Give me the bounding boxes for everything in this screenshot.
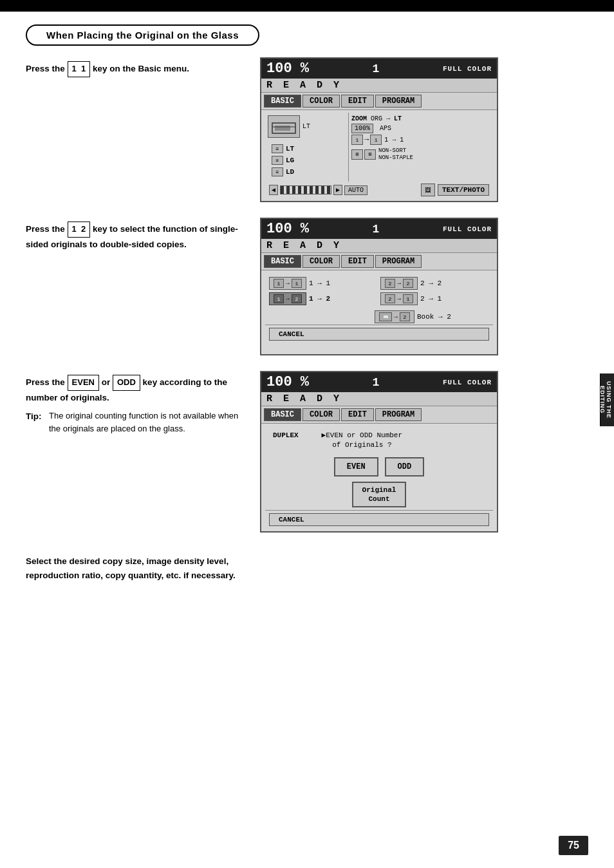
lcd1-zoom-row: ZOOM ORG → LT [351, 115, 490, 122]
lcd1-tab-basic[interactable]: BASIC [264, 95, 301, 108]
lcd2-ready: R E A D Y [261, 239, 497, 253]
step1-row: Press the 1 1 key on the Basic menu. 100… [26, 57, 588, 202]
side-tab-text: USING THEEDITINGFUNCTIONS [593, 380, 612, 420]
lcd2-tab-color[interactable]: COLOR [302, 255, 340, 268]
lcd3-orig-count: OriginalCount [265, 479, 493, 511]
key-1-2: 1 2 [68, 222, 91, 238]
lcd3-cancel-btn[interactable]: CANCEL [269, 513, 489, 526]
lcd2-duplex-grid: 1 → 1 1 → 1 2 → 2 2 → 2 [265, 273, 493, 309]
lcd1-toner-bar [280, 185, 331, 194]
lcd3-even-btn[interactable]: EVEN [334, 457, 378, 476]
lcd3-ready: R E A D Y [261, 392, 497, 406]
lcd3-copies: 1 [373, 376, 380, 389]
lcd-screen-3: 100 % 1 FULL COLOR R E A D Y BASIC COLOR… [260, 371, 498, 533]
lcd3-duplex-label: DUPLEX [269, 429, 302, 440]
lcd1-right-panel: ZOOM ORG → LT 100% APS 1 → 1 [349, 113, 493, 182]
lcd1-copies: 1 [373, 62, 380, 75]
lcd2-option-1to2: 1 → 2 1 → 2 [269, 292, 378, 305]
svg-rect-1 [275, 126, 290, 131]
lcd1-bottom-row: ◀ ▶ AUTO 🖼 TEXT/PHOTO [265, 182, 493, 198]
lcd3-prompt-line2: of Originals ? [322, 440, 402, 450]
lcd1-zoom: 100 % [266, 61, 309, 77]
lcd1-tab-color[interactable]: COLOR [302, 95, 340, 108]
step4-content: Select the desired copy size, image dens… [26, 556, 236, 580]
lcd2-copies: 1 [373, 223, 380, 236]
lcd1-tabs: BASIC COLOR EDIT PROGRAM [261, 93, 497, 110]
key-1-1: 1 1 [68, 61, 91, 77]
lcd2-btn-2to2[interactable]: 2 → 2 [380, 277, 418, 290]
tip-label: Tip: [26, 410, 44, 435]
lcd2-cancel-bar: CANCEL [265, 325, 493, 343]
lcd-screen-1: 100 % 1 FULL COLOR R E A D Y BASIC COLOR… [260, 57, 498, 202]
section-title: When Placing the Original on the Glass [26, 24, 259, 46]
lcd2-tab-edit[interactable]: EDIT [341, 255, 374, 268]
lcd1-zoom-value: 100% APS [351, 125, 490, 135]
lcd3-tab-program[interactable]: PROGRAM [375, 408, 422, 421]
lcd1-text-photo[interactable]: TEXT/PHOTO [438, 184, 489, 196]
lcd1-ready: R E A D Y [261, 79, 497, 93]
lcd1-body: LT ≡ LT ≡ LG [261, 110, 497, 201]
lcd3-duplex-row: DUPLEX ▶EVEN or ODD Number of Originals … [265, 426, 493, 453]
step3-text: Press the EVEN or ODD key according to t… [26, 371, 245, 435]
lcd3-color-mode: FULL COLOR [443, 379, 492, 386]
page-number: 75 [559, 836, 588, 855]
lcd1-left-panel: LT ≡ LT ≡ LG [265, 113, 349, 182]
side-tab: USING THEEDITINGFUNCTIONS [600, 373, 614, 426]
step2-text: Press the 1 2 key to select the function… [26, 218, 245, 251]
tray-icon [271, 118, 297, 136]
lcd1-tab-program[interactable]: PROGRAM [375, 95, 422, 108]
lcd2-book-label: Book → 2 [417, 313, 451, 321]
lcd2-book-row: 📖 → 2 Book → 2 [265, 309, 493, 325]
lcd3-tab-basic[interactable]: BASIC [264, 408, 301, 421]
lcd2-btn-book[interactable]: 📖 → 2 [375, 310, 414, 323]
lcd3-tab-edit[interactable]: EDIT [341, 408, 374, 421]
lcd3-prompt: ▶EVEN or ODD Number of Originals ? [322, 431, 402, 451]
lcd3-cancel-bar: CANCEL [265, 510, 493, 529]
lt-label: LT [302, 123, 310, 130]
lcd2-tabs: BASIC COLOR EDIT PROGRAM [261, 253, 497, 270]
lcd2-btn-2to1[interactable]: 2 → 1 [380, 292, 418, 305]
lcd1-copy-row: 1 → 1 1 → 1 [351, 135, 490, 145]
lcd2-btn-1to1[interactable]: 1 → 1 [269, 277, 306, 290]
lcd2-tab-basic[interactable]: BASIC [264, 255, 301, 268]
lcd1-nonsort-row: ⊞ ⊞ NON-SORTNON-STAPLE [351, 147, 490, 162]
step3-row: Press the EVEN or ODD key according to t… [26, 371, 588, 533]
lcd3-header: 100 % 1 FULL COLOR [261, 372, 497, 392]
key-even: EVEN [68, 375, 99, 391]
step1-text: Press the 1 1 key on the Basic menu. [26, 57, 245, 77]
lcd3-tabs: BASIC COLOR EDIT PROGRAM [261, 406, 497, 424]
lcd3-tab-color[interactable]: COLOR [302, 408, 340, 421]
lcd2-option-1to1: 1 → 1 1 → 1 [269, 277, 378, 290]
lcd2-option-2to1: 2 → 1 2 → 1 [380, 292, 489, 305]
lcd3-prompt-line1: ▶EVEN or ODD Number [322, 431, 402, 440]
lcd3-even-odd: EVEN ODD [265, 453, 493, 479]
lcd3-orig-count-btn[interactable]: OriginalCount [352, 482, 407, 508]
lcd3-odd-btn[interactable]: ODD [385, 457, 425, 476]
lcd2-color-mode: FULL COLOR [443, 225, 492, 233]
lcd3-body: DUPLEX ▶EVEN or ODD Number of Originals … [261, 424, 497, 531]
step4-row: Select the desired copy size, image dens… [26, 548, 588, 582]
lcd2-body: 1 → 1 1 → 1 2 → 2 2 → 2 [261, 270, 497, 354]
lcd2-zoom: 100 % [266, 221, 309, 237]
lcd2-option-2to2: 2 → 2 2 → 2 [380, 277, 489, 290]
lcd2-btn-1to2[interactable]: 1 → 2 [269, 292, 306, 305]
tip-row: Tip: The original counting function is n… [26, 410, 245, 435]
lcd1-header: 100 % 1 FULL COLOR [261, 59, 497, 79]
lcd2-cancel-btn[interactable]: CANCEL [269, 328, 489, 341]
tip-text: The original counting function is not av… [49, 410, 245, 435]
key-odd: ODD [113, 375, 140, 391]
lcd1-auto-btn[interactable]: AUTO [344, 185, 367, 195]
lcd-screen-2: 100 % 1 FULL COLOR R E A D Y BASIC COLOR… [260, 218, 498, 355]
lcd1-tab-edit[interactable]: EDIT [341, 95, 374, 108]
step2-row: Press the 1 2 key to select the function… [26, 218, 588, 355]
lcd2-header: 100 % 1 FULL COLOR [261, 219, 497, 239]
lcd1-paper-sizes: ≡ LT ≡ LG ≡ LD [268, 142, 346, 179]
top-bar [0, 0, 614, 12]
lcd2-tab-program[interactable]: PROGRAM [375, 255, 422, 268]
lcd1-color-mode: FULL COLOR [443, 65, 492, 73]
step4-text: Select the desired copy size, image dens… [26, 554, 245, 582]
lcd3-zoom: 100 % [266, 374, 309, 390]
